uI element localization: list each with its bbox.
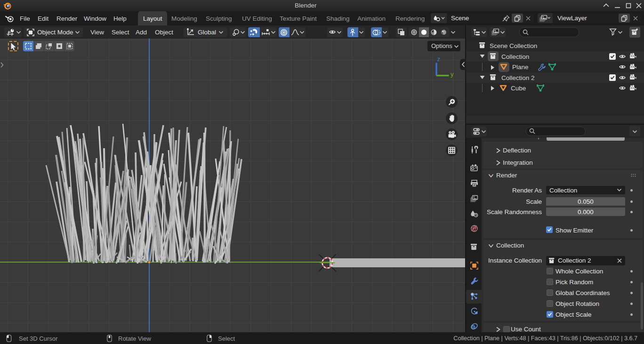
svg-text:y: y xyxy=(451,71,454,78)
svg-text:z: z xyxy=(437,56,441,63)
